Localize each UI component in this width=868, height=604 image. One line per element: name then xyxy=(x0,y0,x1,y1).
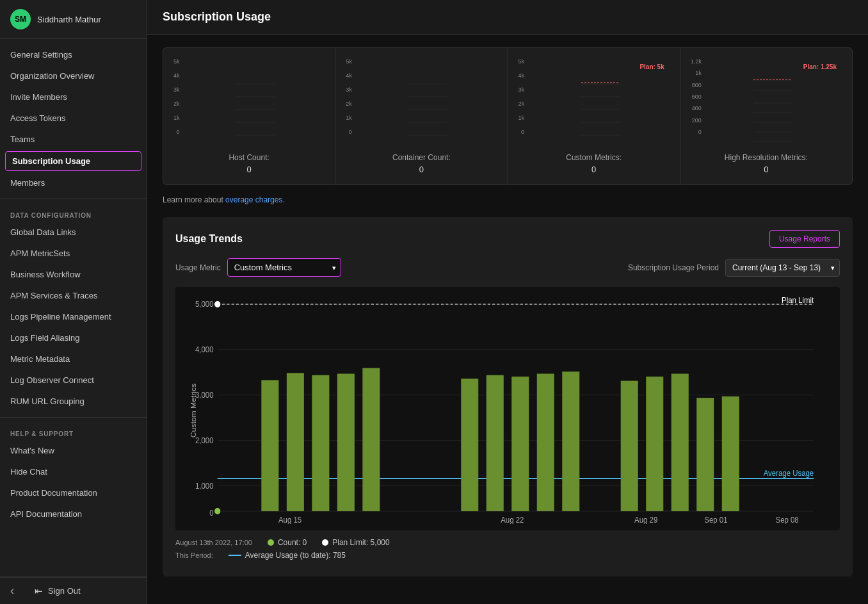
sidebar-item-general-settings[interactable]: General Settings xyxy=(0,44,147,65)
subscription-period-select[interactable]: Current (Aug 13 - Sep 13) Previous Perio… xyxy=(725,259,840,277)
summary-card-container-count: 5k 4k 3k 2k 1k 0 xyxy=(335,48,508,184)
x-label-aug22: Aug 22 xyxy=(501,515,524,524)
sidebar-footer: ‹ ⇤ Sign Out xyxy=(0,576,147,604)
main-chart-svg: 5,000 4,000 3,000 2,000 1,000 0 Custom M… xyxy=(188,297,827,524)
y-label-1000: 1,000 xyxy=(195,481,214,490)
plan-label-high-res: Plan: 1.25k xyxy=(803,63,837,70)
legend-count: Count: 0 xyxy=(268,538,307,547)
y-axis-title: Custom Metrics xyxy=(189,384,198,438)
period-select-wrapper: Current (Aug 13 - Sep 13) Previous Perio… xyxy=(725,259,840,277)
summary-card-high-res-metrics: Plan: 1.25k 1.2k 1k 800 600 400 200 0 xyxy=(680,48,852,184)
sidebar-item-whats-new[interactable]: What's New xyxy=(0,440,147,461)
trends-header: Usage Trends Usage Reports xyxy=(175,230,840,248)
sidebar-nav: General Settings Organization Overview I… xyxy=(0,39,147,576)
x-label-aug29: Aug 29 xyxy=(634,515,657,524)
plan-label-custom: Plan: 5k xyxy=(639,63,664,70)
sidebar-item-hide-chat[interactable]: Hide Chat xyxy=(0,461,147,482)
container-count-chart: 5k 4k 3k 2k 1k 0 xyxy=(346,58,497,148)
sign-out-button[interactable]: ⇤ Sign Out xyxy=(24,579,91,603)
sidebar-item-product-documentation[interactable]: Product Documentation xyxy=(0,482,147,503)
avg-usage-line-icon xyxy=(229,555,241,556)
sidebar-item-organization-overview[interactable]: Organization Overview xyxy=(0,65,147,86)
summary-cards: 5k 4k 3k 2k 1k 0 xyxy=(163,47,853,185)
data-config-section-label: DATA CONFIGURATION xyxy=(0,204,147,222)
sidebar-item-api-documentation[interactable]: API Documentation xyxy=(0,503,147,525)
plan-limit-dot-icon xyxy=(322,539,328,546)
metric-select-wrapper: Custom Metrics Host Count Container Coun… xyxy=(227,258,341,277)
controls-row: Usage Metric Custom Metrics Host Count C… xyxy=(175,258,840,277)
container-count-label: Container Count: xyxy=(346,153,497,162)
bar-10 xyxy=(562,371,579,511)
legend-row-2: This Period: Average Usage (to date): 78… xyxy=(175,551,840,560)
avatar: SM xyxy=(10,9,31,29)
sidebar-item-rum-url-grouping[interactable]: RUM URL Grouping xyxy=(0,391,147,412)
legend-avg-usage: Average Usage (to date): 785 xyxy=(229,551,346,560)
user-name: Siddharth Mathur xyxy=(37,15,101,24)
usage-reports-button[interactable]: Usage Reports xyxy=(769,230,840,248)
card-footer-container: Container Count: 0 xyxy=(346,153,497,174)
plan-limit-dot xyxy=(214,301,221,308)
main-content: Subscription Usage 5k 4k 3k 2k 1k 0 xyxy=(147,0,868,604)
metric-selector-group: Usage Metric Custom Metrics Host Count C… xyxy=(175,258,341,277)
high-res-metrics-label: High Resolution Metrics: xyxy=(691,153,842,162)
bar-11 xyxy=(621,381,638,512)
bar-2 xyxy=(287,373,304,511)
bar-12 xyxy=(646,377,663,511)
legend-avg-usage-label: Average Usage (to date): 785 xyxy=(245,551,346,560)
help-support-section-label: HELP & SUPPORT xyxy=(0,423,147,440)
host-count-label: Host Count: xyxy=(173,153,325,162)
sidebar-item-business-workflow[interactable]: Business Workflow xyxy=(0,264,147,285)
main-chart-container: 5,000 4,000 3,000 2,000 1,000 0 Custom M… xyxy=(175,287,840,530)
custom-metrics-chart: Plan: 5k 5k 4k 3k 2k 1k 0 xyxy=(518,58,670,148)
summary-card-custom-metrics: Plan: 5k 5k 4k 3k 2k 1k 0 xyxy=(508,48,680,184)
bar-1 xyxy=(261,380,278,511)
plan-limit-label: Plan Limit xyxy=(782,297,814,305)
sidebar-item-apm-metricsets[interactable]: APM MetricSets xyxy=(0,243,147,264)
usage-metric-select[interactable]: Custom Metrics Host Count Container Coun… xyxy=(227,258,341,277)
sidebar-item-members[interactable]: Members xyxy=(0,172,147,193)
host-count-value: 0 xyxy=(173,165,325,174)
mini-chart-svg xyxy=(223,71,275,148)
bar-9 xyxy=(537,373,554,511)
average-usage-label: Average Usage xyxy=(764,468,814,477)
sidebar-item-global-data-links[interactable]: Global Data Links xyxy=(0,222,147,243)
sidebar-item-subscription-usage[interactable]: Subscription Usage xyxy=(5,151,141,171)
sign-out-icon: ⇤ xyxy=(35,585,43,597)
sidebar-item-log-observer-connect[interactable]: Log Observer Connect xyxy=(0,370,147,391)
bar-5 xyxy=(362,368,380,511)
usage-trends-section: Usage Trends Usage Reports Usage Metric … xyxy=(163,217,853,576)
nav-divider-2 xyxy=(0,417,147,418)
sidebar-collapse-button[interactable]: ‹ xyxy=(0,578,24,604)
bar-8 xyxy=(511,377,529,511)
sidebar: SM Siddharth Mathur General Settings Org… xyxy=(0,0,147,604)
mini-chart-svg-2 xyxy=(396,71,447,148)
bar-4 xyxy=(337,373,355,511)
bar-3 xyxy=(312,375,329,511)
sidebar-item-apm-services-traces[interactable]: APM Services & Traces xyxy=(0,285,147,306)
sidebar-item-logs-field-aliasing[interactable]: Logs Field Aliasing xyxy=(0,327,147,348)
y-axis-3: 5k 4k 3k 2k 1k 0 xyxy=(518,58,527,135)
x-label-sep08: Sep 08 xyxy=(776,515,800,524)
sidebar-item-logs-pipeline-mgmt[interactable]: Logs Pipeline Management xyxy=(0,306,147,327)
y-label-0: 0 xyxy=(209,508,214,517)
y-axis-2: 5k 4k 3k 2k 1k 0 xyxy=(346,58,355,135)
card-footer-custom-metrics: Custom Metrics: 0 xyxy=(518,153,670,174)
chevron-left-icon: ‹ xyxy=(10,584,14,598)
summary-card-host-count: 5k 4k 3k 2k 1k 0 xyxy=(163,48,335,184)
this-period-label: This Period: xyxy=(175,551,213,559)
bar-7 xyxy=(486,375,504,511)
y-label-4000: 4,000 xyxy=(195,345,214,354)
mini-chart-svg-4 xyxy=(741,71,792,148)
overage-charges-link[interactable]: overage charges. xyxy=(225,195,285,204)
overage-note: Learn more about overage charges. xyxy=(163,195,853,204)
sidebar-item-metric-metadata[interactable]: Metric Metadata xyxy=(0,348,147,370)
sidebar-item-invite-members[interactable]: Invite Members xyxy=(0,86,147,108)
start-dot xyxy=(214,508,221,515)
sidebar-item-teams[interactable]: Teams xyxy=(0,129,147,150)
sign-out-label: Sign Out xyxy=(48,586,81,596)
sidebar-header: SM Siddharth Mathur xyxy=(0,0,147,39)
sidebar-item-access-tokens[interactable]: Access Tokens xyxy=(0,108,147,129)
high-res-metrics-value: 0 xyxy=(691,165,842,174)
x-label-sep01: Sep 01 xyxy=(704,515,727,524)
legend-count-label: Count: 0 xyxy=(278,538,307,547)
